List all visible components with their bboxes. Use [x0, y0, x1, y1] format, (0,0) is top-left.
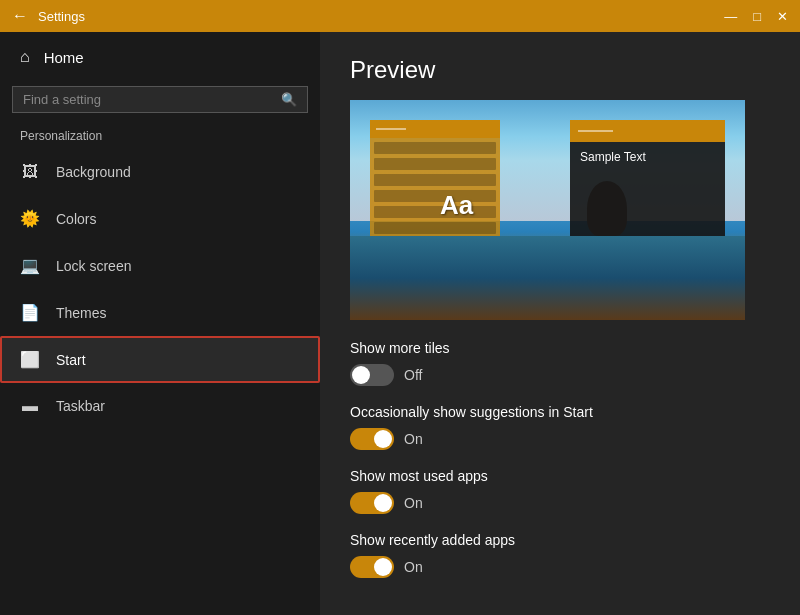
preview-window-header-line: [578, 130, 613, 132]
sidebar-item-lockscreen[interactable]: 💻 Lock screen: [0, 242, 320, 289]
sidebar-home[interactable]: ⌂ Home: [0, 32, 320, 82]
toggle-label-show-suggestions: On: [404, 431, 423, 447]
preview-panel-left: [370, 120, 500, 290]
setting-show-suggestions: Occasionally show suggestions in Start O…: [350, 404, 770, 450]
search-input[interactable]: [23, 92, 281, 107]
sidebar-item-label-colors: Colors: [56, 211, 96, 227]
toggle-show-more-tiles[interactable]: [350, 364, 394, 386]
preview-row: [374, 206, 496, 218]
sidebar-section-label: Personalization: [0, 123, 320, 149]
toggle-label-show-most-used: On: [404, 495, 423, 511]
setting-label-show-most-used: Show most used apps: [350, 468, 770, 484]
preview-container: Aa Sample Text: [350, 100, 745, 320]
sidebar-item-label-taskbar: Taskbar: [56, 398, 105, 414]
app-container: ⌂ Home 🔍 Personalization 🖼 Background 🌞 …: [0, 32, 800, 615]
background-icon: 🖼: [20, 163, 40, 181]
preview-window-header: [570, 120, 725, 142]
preview-sample-text: Sample Text: [570, 142, 725, 172]
toggle-row-show-more-tiles: Off: [350, 364, 770, 386]
minimize-button[interactable]: —: [724, 9, 737, 24]
page-title: Preview: [350, 56, 770, 84]
toggle-show-suggestions[interactable]: [350, 428, 394, 450]
themes-icon: 📄: [20, 303, 40, 322]
toggle-show-recently-added[interactable]: [350, 556, 394, 578]
setting-label-show-suggestions: Occasionally show suggestions in Start: [350, 404, 770, 420]
titlebar: ← Settings — □ ✕: [0, 0, 800, 32]
sidebar: ⌂ Home 🔍 Personalization 🖼 Background 🌞 …: [0, 32, 320, 615]
titlebar-title: Settings: [38, 9, 714, 24]
preview-row: [374, 174, 496, 186]
toggle-row-show-suggestions: On: [350, 428, 770, 450]
home-icon: ⌂: [20, 48, 30, 66]
toggle-label-show-more-tiles: Off: [404, 367, 422, 383]
sidebar-item-label-start: Start: [56, 352, 86, 368]
sidebar-item-label-lockscreen: Lock screen: [56, 258, 131, 274]
preview-panel-header: [370, 120, 500, 138]
preview-background: Aa Sample Text: [350, 100, 745, 320]
start-icon: ⬜: [20, 350, 40, 369]
sidebar-item-start[interactable]: ⬜ Start: [0, 336, 320, 383]
close-button[interactable]: ✕: [777, 9, 788, 24]
preview-panel-right: Sample Text: [570, 120, 725, 250]
setting-show-most-used: Show most used apps On: [350, 468, 770, 514]
maximize-button[interactable]: □: [753, 9, 761, 24]
toggle-row-show-most-used: On: [350, 492, 770, 514]
preview-header-line: [376, 128, 406, 130]
search-icon: 🔍: [281, 92, 297, 107]
search-box[interactable]: 🔍: [12, 86, 308, 113]
sidebar-item-colors[interactable]: 🌞 Colors: [0, 195, 320, 242]
lockscreen-icon: 💻: [20, 256, 40, 275]
window-controls: — □ ✕: [724, 9, 788, 24]
toggle-label-show-recently-added: On: [404, 559, 423, 575]
colors-icon: 🌞: [20, 209, 40, 228]
preview-row: [374, 158, 496, 170]
setting-label-show-more-tiles: Show more tiles: [350, 340, 770, 356]
setting-label-show-recently-added: Show recently added apps: [350, 532, 770, 548]
sidebar-item-label-background: Background: [56, 164, 131, 180]
preview-row: [374, 222, 496, 234]
sidebar-item-label-themes: Themes: [56, 305, 107, 321]
sidebar-item-background[interactable]: 🖼 Background: [0, 149, 320, 195]
home-label: Home: [44, 49, 84, 66]
taskbar-icon: ▬: [20, 397, 40, 415]
sidebar-item-taskbar[interactable]: ▬ Taskbar: [0, 383, 320, 429]
toggle-show-most-used[interactable]: [350, 492, 394, 514]
preview-rows: [370, 138, 500, 290]
preview-row: [374, 190, 496, 202]
setting-show-more-tiles: Show more tiles Off: [350, 340, 770, 386]
main-content: Preview: [320, 32, 800, 615]
toggle-row-show-recently-added: On: [350, 556, 770, 578]
setting-show-recently-added: Show recently added apps On: [350, 532, 770, 578]
preview-row: [374, 142, 496, 154]
sidebar-item-themes[interactable]: 📄 Themes: [0, 289, 320, 336]
preview-aa-text: Aa: [440, 190, 473, 221]
back-button[interactable]: ←: [12, 7, 28, 25]
